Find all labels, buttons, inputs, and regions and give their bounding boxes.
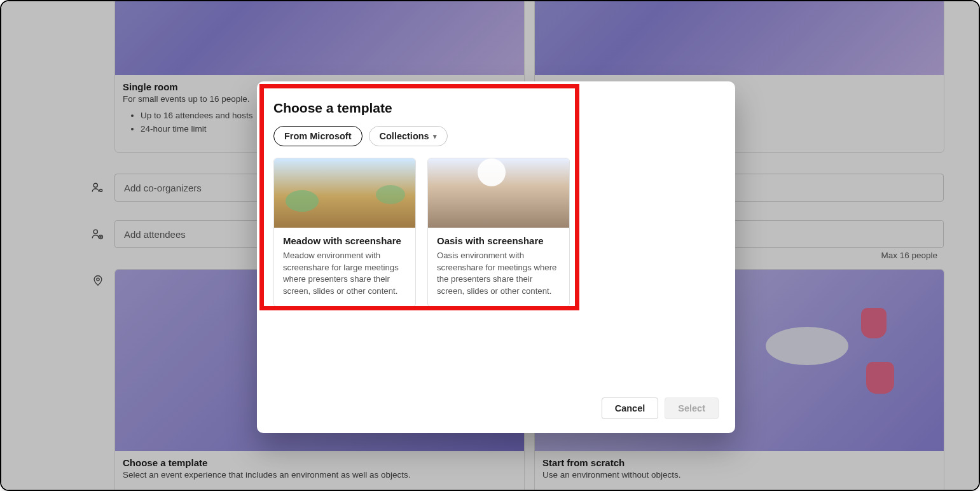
chip-from-microsoft[interactable]: From Microsoft: [273, 126, 362, 146]
svg-point-2: [93, 230, 97, 233]
modal-title: Choose a template: [273, 100, 719, 116]
attendees-icon: [90, 227, 104, 241]
cancel-button-label: Cancel: [615, 403, 645, 413]
source-chips: From Microsoft Collections ▾: [273, 126, 719, 146]
template-card-meadow[interactable]: Meadow with screenshare Meadow environme…: [273, 158, 416, 307]
start-scratch-title: Start from scratch: [535, 451, 944, 469]
template-desc: Oasis environment with screenshare for m…: [437, 250, 560, 298]
template-desc: Meadow environment with screenshare for …: [283, 250, 406, 298]
select-button-label: Select: [678, 403, 705, 413]
attendees-placeholder: Add attendees: [124, 229, 186, 240]
cancel-button[interactable]: Cancel: [602, 398, 659, 419]
chip-collections[interactable]: Collections ▾: [369, 126, 448, 146]
svg-point-4: [97, 278, 99, 280]
chip-collections-label: Collections: [380, 131, 429, 141]
co-organizers-icon: [90, 181, 104, 195]
chevron-down-icon: ▾: [433, 132, 437, 141]
chip-from-microsoft-label: From Microsoft: [284, 131, 352, 141]
attendees-hint: Max 16 people: [881, 251, 937, 260]
template-card-oasis[interactable]: Oasis with screenshare Oasis environment…: [427, 158, 570, 307]
multi-room-thumb: [535, 0, 944, 75]
template-thumb-oasis: [428, 158, 569, 228]
start-scratch-subtitle: Use an environment without objects.: [535, 469, 944, 485]
choose-template-title: Choose a template: [115, 451, 524, 469]
svg-point-0: [93, 183, 97, 187]
choose-template-subtitle: Select an event experience that includes…: [115, 469, 524, 485]
modal-actions: Cancel Select: [273, 398, 719, 419]
co-organizers-placeholder: Add co-organizers: [124, 183, 202, 193]
template-list: Meadow with screenshare Meadow environme…: [273, 158, 719, 307]
template-title: Meadow with screenshare: [283, 235, 406, 246]
location-icon: [92, 273, 104, 287]
template-thumb-meadow: [274, 158, 415, 228]
single-room-thumb: [115, 0, 524, 75]
select-button: Select: [665, 398, 719, 419]
choose-template-modal: Choose a template From Microsoft Collect…: [257, 81, 735, 433]
template-title: Oasis with screenshare: [437, 235, 560, 246]
